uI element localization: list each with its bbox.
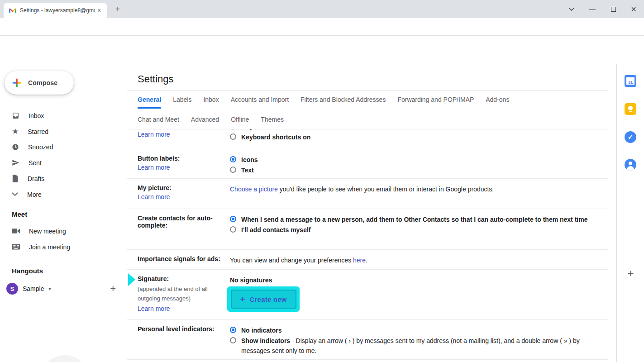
tab-search-chevron-icon[interactable] xyxy=(561,0,582,18)
sidebar-item-new-meeting[interactable]: New meeting xyxy=(0,223,123,239)
option-show-indicators[interactable]: Show indicators - Display an arrow ( › )… xyxy=(230,336,597,356)
compose-button[interactable]: Compose xyxy=(5,71,74,95)
option-add-contacts-myself[interactable]: I'll add contacts myself xyxy=(230,225,597,235)
tab-advanced[interactable]: Advanced xyxy=(191,116,219,127)
hangouts-add-icon[interactable]: + xyxy=(110,283,116,295)
tab-addons[interactable]: Add-ons xyxy=(486,96,509,109)
settings-row-keyboard-shortcuts: Keyboard shortcuts: Learn more Keyboard … xyxy=(127,129,608,149)
window-close-button[interactable]: × xyxy=(623,0,644,18)
ads-text: You can view and change your preferences xyxy=(230,257,351,264)
radio-selected[interactable] xyxy=(230,327,236,333)
browser-tab-strip: Settings - lawyersample8@gmail × + — × xyxy=(0,0,644,18)
option-auto-add-contacts[interactable]: When I send a message to a new person, a… xyxy=(230,214,597,224)
panel-divider xyxy=(623,245,638,245)
star-icon: ★ xyxy=(12,127,19,136)
tab-labels[interactable]: Labels xyxy=(173,96,191,109)
settings-row-ads: Importance signals for ads: You can view… xyxy=(127,250,608,270)
tab-close-icon[interactable]: × xyxy=(95,6,103,14)
tab-forwarding[interactable]: Forwarding and POP/IMAP xyxy=(397,96,474,109)
window-minimize-button[interactable]: — xyxy=(582,0,603,18)
calendar-icon[interactable]: 31 xyxy=(625,75,636,87)
sidebar-item-snoozed[interactable]: Snoozed xyxy=(0,139,123,155)
row-label: Personal level indicators: xyxy=(138,325,215,333)
get-addons-icon[interactable]: + xyxy=(617,267,644,280)
tab-offline[interactable]: Offline xyxy=(231,116,249,127)
hidden-avatar-circle xyxy=(40,355,90,362)
row-label: Button labels: xyxy=(138,155,180,162)
learn-more-link[interactable]: Learn more xyxy=(138,305,221,312)
signature-caption: (appended at the end of all outgoing mes… xyxy=(138,284,221,303)
hangouts-user-name: Sample xyxy=(23,285,44,292)
settings-tabs-row1: General Labels Inbox Accounts and Import… xyxy=(138,96,509,109)
settings-rows: Keyboard shortcuts: Learn more Keyboard … xyxy=(127,129,608,360)
sidebar-item-more[interactable]: More xyxy=(0,186,123,202)
option-no-indicators[interactable]: No indicators xyxy=(230,325,597,335)
caret-down-icon[interactable]: ▾ xyxy=(48,286,51,291)
radio-selected[interactable] xyxy=(230,156,236,162)
tab-title: Settings - lawyersample8@gmail xyxy=(20,7,95,14)
row-label: Create contacts for auto-complete: xyxy=(138,214,213,229)
learn-more-link[interactable]: Learn more xyxy=(138,164,221,171)
keep-icon[interactable] xyxy=(625,103,636,115)
sidebar-divider xyxy=(0,259,126,259)
settings-row-indicators: Personal level indicators: No indicators… xyxy=(127,320,608,360)
browser-tab[interactable]: Settings - lawyersample8@gmail × xyxy=(4,3,107,18)
option-text[interactable]: Text xyxy=(230,165,597,175)
settings-row-auto-complete: Create contacts for auto-complete: When … xyxy=(127,209,608,250)
page-title: Settings xyxy=(138,73,174,85)
compose-plus-icon xyxy=(12,78,22,88)
window-maximize-button[interactable] xyxy=(603,0,624,18)
settings-tabs-row2: Chat and Meet Advanced Offline Themes xyxy=(138,116,284,127)
new-tab-button[interactable]: + xyxy=(112,4,123,14)
radio-unselected[interactable] xyxy=(230,337,236,343)
sidebar-item-join-meeting[interactable]: Join a meeting xyxy=(0,239,123,255)
row-label: Importance signals for ads: xyxy=(138,255,220,262)
annotation-arrow xyxy=(128,273,135,286)
left-sidebar: Compose Inbox ★ Starred Snoozed Sent Dra… xyxy=(0,68,127,362)
radio-unselected[interactable] xyxy=(230,167,236,173)
tab-filters[interactable]: Filters and Blocked Addresses xyxy=(301,96,386,109)
plus-icon: + xyxy=(240,294,245,304)
ads-here-link[interactable]: here xyxy=(353,257,366,264)
tab-themes[interactable]: Themes xyxy=(261,116,284,127)
hangouts-section-title: Hangouts xyxy=(12,267,43,275)
sidebar-item-sent[interactable]: Sent xyxy=(0,155,123,171)
settings-main: Settings General Labels Inbox Accounts a… xyxy=(127,68,616,362)
hangouts-user-row[interactable]: S Sample ▾ xyxy=(6,280,119,298)
learn-more-link[interactable]: Learn more xyxy=(138,131,221,138)
option-icons[interactable]: Icons xyxy=(230,155,597,165)
browser-toolbar: ← → ↻ mail.google.com/mail/u/0/#settings… xyxy=(0,18,644,36)
tab-accounts-import[interactable]: Accounts and Import xyxy=(231,96,289,109)
row-label: My picture: xyxy=(138,184,172,191)
sidebar-item-drafts[interactable]: Drafts xyxy=(0,171,123,186)
gmail-favicon xyxy=(9,8,16,14)
learn-more-link[interactable]: Learn more xyxy=(138,193,221,200)
radio-selected[interactable] xyxy=(230,129,236,129)
hangouts-avatar: S xyxy=(6,283,18,295)
row-label: Signature: xyxy=(138,275,169,282)
tab-inbox[interactable]: Inbox xyxy=(203,96,219,109)
tab-chat-meet[interactable]: Chat and Meet xyxy=(138,116,179,127)
annotation-highlight: + Create new xyxy=(227,286,300,312)
create-new-signature-button[interactable]: + Create new xyxy=(231,290,296,309)
sidebar-item-inbox[interactable]: Inbox xyxy=(0,108,123,124)
send-icon xyxy=(12,159,19,167)
right-side-panel: 31 ✓ + xyxy=(616,64,644,362)
tab-general[interactable]: General xyxy=(138,96,161,109)
radio-unselected[interactable] xyxy=(230,133,236,140)
video-camera-icon xyxy=(12,228,20,234)
radio-unselected[interactable] xyxy=(230,226,236,233)
title-divider xyxy=(127,90,608,91)
draft-file-icon xyxy=(12,175,19,182)
radio-selected[interactable] xyxy=(230,216,236,222)
choose-picture-link[interactable]: Choose a picture xyxy=(230,186,278,193)
clock-icon xyxy=(12,143,19,151)
signature-status: No signatures xyxy=(230,275,597,285)
contacts-icon[interactable] xyxy=(625,159,636,171)
option-keyboard-off[interactable]: Keyboard shortcuts off xyxy=(230,129,597,132)
option-keyboard-on[interactable]: Keyboard shortcuts on xyxy=(230,132,597,142)
sidebar-item-starred[interactable]: ★ Starred xyxy=(0,124,123,139)
meet-section-title: Meet xyxy=(12,210,27,218)
tasks-icon[interactable]: ✓ xyxy=(625,131,636,143)
chevron-down-icon xyxy=(12,192,18,196)
